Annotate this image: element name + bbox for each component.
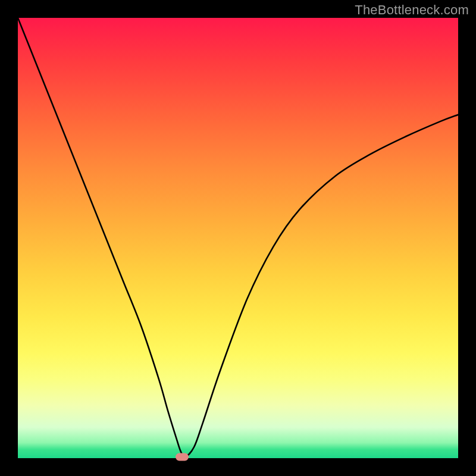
watermark-text: TheBottleneck.com: [355, 2, 469, 18]
chart-plot-area: [18, 18, 458, 458]
minimum-marker: [176, 453, 189, 461]
bottleneck-curve: [18, 18, 458, 458]
